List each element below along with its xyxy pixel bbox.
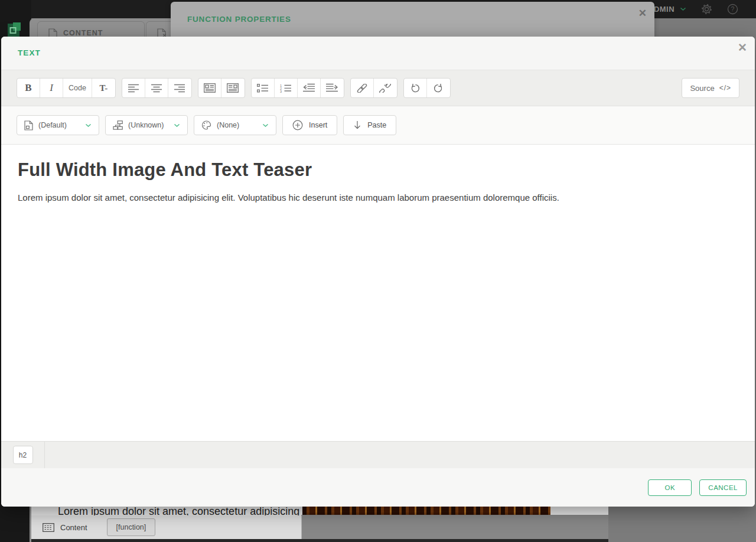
svg-text:3: 3	[280, 90, 282, 93]
help-icon[interactable]: ?	[727, 4, 738, 15]
arrow-down-icon	[353, 120, 361, 130]
image-align-right-button[interactable]	[221, 79, 245, 97]
background-gray-panel	[301, 515, 608, 539]
insert-label: Insert	[309, 121, 327, 129]
chevron-down-icon	[680, 7, 686, 11]
color-dropdown[interactable]: (None)	[194, 115, 276, 135]
link-button[interactable]	[351, 79, 374, 97]
document-style-icon	[24, 120, 33, 130]
function-properties-title: FUNCTION PROPERTIES	[187, 15, 291, 24]
list-style-dropdown[interactable]: (Unknown)	[105, 115, 188, 135]
paste-button[interactable]: Paste	[343, 115, 396, 135]
link-group	[350, 78, 397, 98]
app-logo-icon[interactable]	[8, 22, 21, 37]
align-left-button[interactable]	[122, 79, 145, 97]
cancel-button[interactable]: CANCEL	[699, 479, 747, 496]
editor-status-bar: h2	[1, 441, 755, 468]
list-indent-group: 123	[251, 78, 344, 98]
source-label: Source	[690, 84, 714, 93]
unlink-button[interactable]	[374, 79, 397, 97]
insert-button[interactable]: Insert	[282, 115, 337, 135]
content-field-row: Content [function]	[31, 515, 302, 539]
bullet-list-button[interactable]	[252, 79, 275, 97]
align-right-button[interactable]	[168, 79, 191, 97]
code-button[interactable]: Code	[63, 79, 92, 97]
tab-content-label: CONTENT	[63, 29, 103, 37]
hierarchy-icon	[113, 120, 123, 130]
element-path-cell: h2	[1, 442, 45, 468]
background-dark-bar	[31, 539, 608, 542]
bold-button[interactable]: B	[17, 79, 40, 97]
dialog-footer: OK CANCEL	[1, 468, 755, 507]
chevron-down-icon	[262, 123, 269, 128]
background-teaser-image	[302, 507, 550, 515]
svg-text:?: ?	[731, 5, 735, 12]
editor-heading: Full Width Image And Text Teaser	[18, 159, 738, 181]
image-align-left-button[interactable]	[198, 79, 221, 97]
undo-button[interactable]	[404, 79, 427, 97]
text-format-button[interactable]: T-	[92, 79, 115, 97]
chevron-down-icon	[174, 123, 180, 128]
code-brackets-icon: </>	[719, 84, 731, 92]
text-dialog-close-icon[interactable]: ✕	[738, 41, 747, 54]
gear-icon[interactable]	[701, 4, 712, 15]
background-lorem-text: Lorem ipsum dolor sit amet, consectetur …	[58, 507, 299, 515]
redo-button[interactable]	[427, 79, 450, 97]
paragraph-style-dropdown[interactable]: (Default)	[17, 115, 99, 135]
content-structure-icon	[43, 523, 54, 532]
palette-icon	[201, 120, 211, 130]
indent-button[interactable]	[321, 79, 344, 97]
italic-button[interactable]: I	[40, 79, 63, 97]
plus-circle-icon	[292, 120, 303, 130]
source-button[interactable]: Source </>	[682, 78, 739, 98]
text-dialog: TEXT ✕ B I Code T-	[1, 37, 755, 507]
history-group	[403, 78, 451, 98]
image-float-group	[198, 78, 245, 98]
numbered-list-button[interactable]: 123	[275, 79, 298, 97]
ok-button[interactable]: OK	[648, 479, 692, 496]
outdent-button[interactable]	[298, 79, 321, 97]
element-path-chip[interactable]: h2	[13, 446, 33, 464]
color-value: (None)	[217, 121, 239, 129]
paste-label: Paste	[367, 121, 386, 129]
align-center-button[interactable]	[145, 79, 168, 97]
text-dialog-header: TEXT ✕	[1, 37, 755, 70]
paragraph-style-value: (Default)	[38, 121, 67, 129]
richtext-editor-area[interactable]: Full Width Image And Text Teaser Lorem i…	[1, 145, 755, 441]
background-form-strip: Lorem ipsum dolor sit amet, consectetur …	[31, 507, 608, 542]
text-style-group: B I Code T-	[17, 78, 116, 98]
function-placeholder-chip[interactable]: [function]	[107, 518, 156, 536]
alignment-group	[122, 78, 192, 98]
format-bar: (Default) (Unknown) (None)	[1, 106, 755, 145]
text-dialog-title: TEXT	[18, 48, 41, 57]
editor-paragraph: Lorem ipsum dolor sit amet, consectetur …	[18, 190, 582, 206]
content-field-label: Content	[60, 523, 87, 532]
richtext-toolbar: B I Code T-	[1, 70, 755, 106]
chevron-down-icon	[85, 123, 92, 128]
list-style-value: (Unknown)	[128, 121, 164, 129]
function-dialog-close-icon[interactable]: ✕	[638, 7, 647, 19]
